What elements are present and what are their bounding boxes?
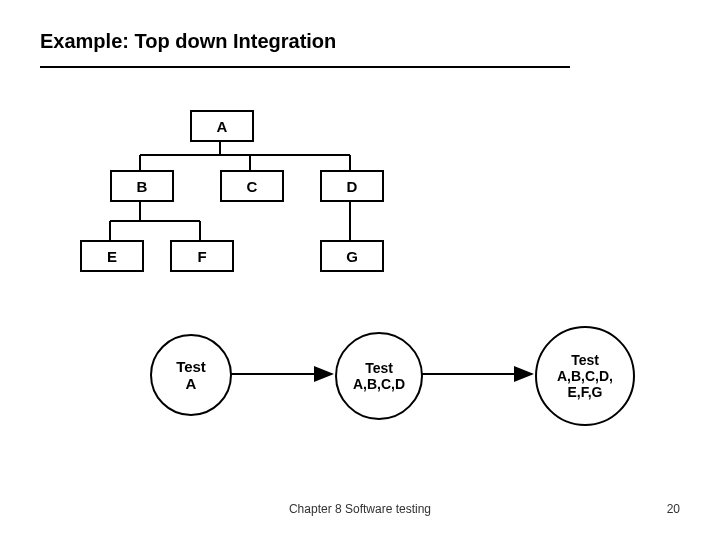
test-step-2: Test A,B,C,D [335, 332, 423, 420]
title-underline [40, 66, 570, 68]
node-c: C [220, 170, 284, 202]
page-number: 20 [667, 502, 680, 516]
test-step-3-label: Test [571, 352, 599, 368]
node-e: E [80, 240, 144, 272]
node-g: G [320, 240, 384, 272]
hierarchy-diagram: A B C D E F G [80, 110, 420, 275]
node-f: F [170, 240, 234, 272]
test-step-3-modules-1: A,B,C,D, [557, 368, 613, 384]
node-d: D [320, 170, 384, 202]
test-step-1-label: Test [176, 358, 206, 375]
node-a: A [190, 110, 254, 142]
test-step-3: Test A,B,C,D, E,F,G [535, 326, 635, 426]
test-step-2-modules: A,B,C,D [353, 376, 405, 392]
slide-title: Example: Top down Integration [40, 30, 336, 53]
node-b: B [110, 170, 174, 202]
test-step-3-modules-2: E,F,G [567, 384, 602, 400]
test-step-2-label: Test [365, 360, 393, 376]
sequence-diagram: Test A Test A,B,C,D Test A,B,C,D, E,F,G [150, 320, 670, 430]
test-step-1-modules: A [186, 375, 197, 392]
test-step-1: Test A [150, 334, 232, 416]
footer-chapter: Chapter 8 Software testing [0, 502, 720, 516]
